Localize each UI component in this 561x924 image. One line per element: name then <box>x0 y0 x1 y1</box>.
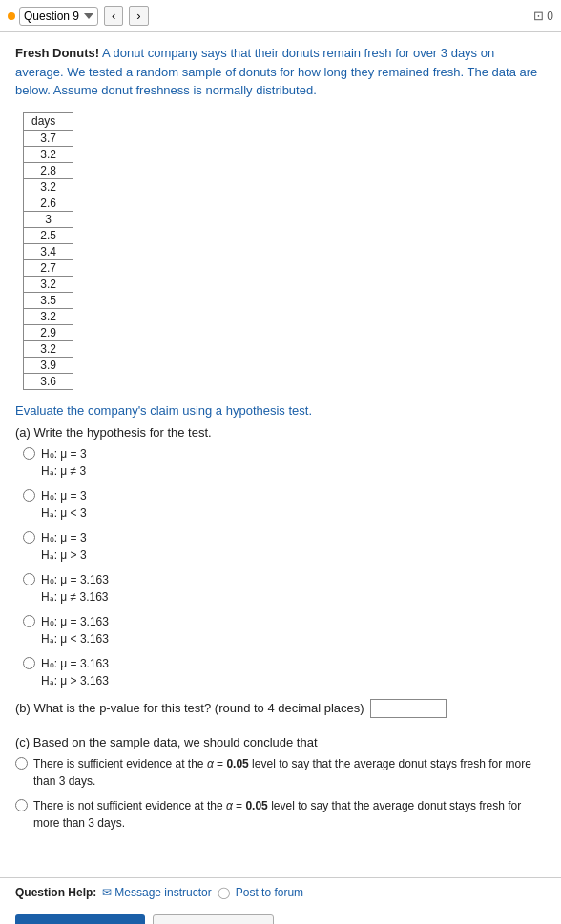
part-c-label: (c) Based on the sample data, we should … <box>15 735 546 749</box>
action-bar: Submit Question Jump to Answer <box>0 907 561 925</box>
table-row: 3.9 <box>24 357 73 373</box>
main-content: Fresh Donuts! A donut company says that … <box>0 32 561 858</box>
pvalue-input[interactable] <box>370 699 447 718</box>
table-row: 2.9 <box>24 324 73 340</box>
conclusion-text: There is not sufficient evidence at the … <box>33 797 546 832</box>
data-table: days 3.73.22.83.22.632.53.42.73.23.53.22… <box>23 112 73 390</box>
hypothesis-text: H₀: μ = 3.163Hₐ: μ ≠ 3.163 <box>41 571 109 606</box>
flag-count: 0 <box>547 10 553 23</box>
next-question-button[interactable]: › <box>129 6 148 26</box>
hypothesis-option[interactable]: H₀: μ = 3.163Hₐ: μ < 3.163 <box>23 613 546 647</box>
question-selector: Question 9 <box>8 7 98 26</box>
part-c-section: (c) Based on the sample data, we should … <box>15 735 546 832</box>
hypothesis-radio-3[interactable] <box>23 573 35 585</box>
flag-area: ⊡ 0 <box>533 9 553 23</box>
evaluate-label: Evaluate the company's claim using a hyp… <box>15 403 546 418</box>
hypothesis-text: H₀: μ = 3Hₐ: μ < 3 <box>41 487 87 522</box>
hypothesis-radio-4[interactable] <box>23 615 35 627</box>
part-b-label: (b) What is the p-value for this test? (… <box>15 701 364 715</box>
hypothesis-option[interactable]: H₀: μ = 3.163Hₐ: μ ≠ 3.163 <box>23 571 546 606</box>
top-bar: Question 9 ‹ › ⊡ 0 <box>0 0 561 32</box>
table-row: 2.7 <box>24 259 73 276</box>
part-a-label: (a) Write the hypothesis for the test. <box>15 425 546 440</box>
conclusion-radio-group: There is sufficient evidence at the α = … <box>15 755 546 832</box>
conclusion-radio-0[interactable] <box>15 757 28 770</box>
message-icon: ✉ <box>102 886 112 899</box>
problem-bold-label: Fresh Donuts! <box>15 46 99 60</box>
table-row: 3.4 <box>24 243 73 259</box>
hypothesis-radio-2[interactable] <box>23 531 35 544</box>
hypothesis-text: H₀: μ = 3Hₐ: μ > 3 <box>41 529 87 564</box>
hypothesis-radio-5[interactable] <box>23 657 35 669</box>
table-row: 2.6 <box>24 195 73 211</box>
table-row: 3.5 <box>24 292 73 308</box>
question-dropdown[interactable]: Question 9 <box>19 7 98 26</box>
hypothesis-radio-group: H₀: μ = 3Hₐ: μ ≠ 3H₀: μ = 3Hₐ: μ < 3H₀: … <box>23 445 546 689</box>
table-row: 3 <box>24 211 73 227</box>
table-row: 3.2 <box>24 178 73 195</box>
hypothesis-option[interactable]: H₀: μ = 3Hₐ: μ ≠ 3 <box>23 445 546 480</box>
table-row: 3.6 <box>24 373 73 389</box>
prev-question-button[interactable]: ‹ <box>104 6 123 26</box>
conclusion-option[interactable]: There is sufficient evidence at the α = … <box>15 755 546 790</box>
table-row: 2.5 <box>24 227 73 243</box>
help-label: Question Help: <box>15 886 96 899</box>
help-bar: Question Help: ✉ Message instructor ◯ Po… <box>0 877 561 907</box>
divider: ◯ <box>218 886 230 899</box>
table-row: 3.7 <box>24 130 73 146</box>
table-row: 2.8 <box>24 162 73 178</box>
flag-icon: ⊡ <box>533 9 544 23</box>
conclusion-text: There is sufficient evidence at the α = … <box>33 755 546 790</box>
hypothesis-option[interactable]: H₀: μ = 3.163Hₐ: μ > 3.163 <box>23 655 546 689</box>
question-status-dot <box>8 12 15 20</box>
jump-to-answer-button[interactable]: Jump to Answer <box>153 914 274 925</box>
problem-text: Fresh Donuts! A donut company says that … <box>15 44 546 100</box>
message-label[interactable]: Message instructor <box>114 886 211 899</box>
conclusion-radio-1[interactable] <box>15 799 28 811</box>
hypothesis-option[interactable]: H₀: μ = 3Hₐ: μ < 3 <box>23 487 546 522</box>
table-header: days <box>24 112 73 130</box>
table-row: 3.2 <box>24 146 73 162</box>
hypothesis-text: H₀: μ = 3.163Hₐ: μ < 3.163 <box>41 613 109 647</box>
hypothesis-radio-0[interactable] <box>23 447 35 460</box>
hypothesis-text: H₀: μ = 3Hₐ: μ ≠ 3 <box>41 445 87 480</box>
table-row: 3.2 <box>24 276 73 292</box>
part-b-row: (b) What is the p-value for this test? (… <box>15 699 546 718</box>
table-row: 3.2 <box>24 308 73 324</box>
submit-question-button[interactable]: Submit Question <box>15 914 145 925</box>
hypothesis-option[interactable]: H₀: μ = 3Hₐ: μ > 3 <box>23 529 546 564</box>
post-label[interactable]: Post to forum <box>236 886 303 899</box>
hypothesis-radio-1[interactable] <box>23 489 35 502</box>
post-to-forum-link[interactable]: Post to forum <box>236 886 303 899</box>
table-row: 3.2 <box>24 340 73 357</box>
hypothesis-text: H₀: μ = 3.163Hₐ: μ > 3.163 <box>41 655 109 689</box>
message-instructor-link[interactable]: ✉ Message instructor <box>102 886 211 899</box>
conclusion-option[interactable]: There is not sufficient evidence at the … <box>15 797 546 832</box>
